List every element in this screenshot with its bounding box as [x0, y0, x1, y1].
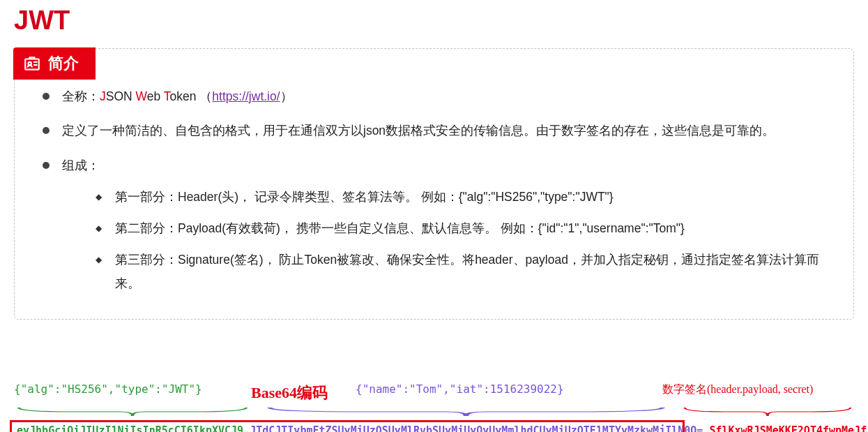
svg-point-1 — [29, 62, 31, 65]
intro-badge: 简介 — [13, 47, 96, 80]
part-payload: 第二部分：Payload(有效载荷)， 携带一些自定义信息、默认信息等。 例如：… — [96, 217, 832, 240]
svg-rect-0 — [25, 59, 39, 70]
bullet-composition: 组成： 第一部分：Header(头)， 记录令牌类型、签名算法等。 例如：{"a… — [43, 154, 832, 295]
label-header-json: {"alg":"HS256","type":"JWT"} — [14, 382, 251, 403]
token-diagram: {"alg":"HS256","type":"JWT"} Base64编码 {"… — [14, 355, 854, 432]
fullname-close: ） — [280, 89, 293, 103]
label-base64: Base64编码 — [251, 382, 356, 403]
token-signature: SflKxwRJSMeKKF2QT4fwpMeJf... — [709, 424, 868, 432]
fullname-son: SON — [106, 89, 136, 103]
composition-title: 组成： — [62, 158, 100, 172]
label-signature: 数字签名(header.payload, secret) — [662, 382, 854, 403]
bullet-fullname: 全称：JSON Web Token （https://jwt.io/） — [43, 85, 832, 108]
brace-header — [14, 406, 251, 417]
fullname-t: T — [164, 89, 170, 103]
intro-card: 简介 全称：JSON Web Token （https://jwt.io/） 定… — [14, 48, 854, 320]
part-header: 第一部分：Header(头)， 记录令牌类型、签名算法等。 例如：{"alg":… — [96, 186, 832, 209]
brace-payload — [261, 406, 671, 417]
token-dot-1: . — [243, 424, 250, 432]
fullname-prefix: 全称： — [62, 89, 100, 103]
token-string: eyJhbGciOiJIUzI1NiIsInR5cCI6IkpXVCJ9.JTd… — [14, 417, 854, 432]
label-payload-json: {"name":"Tom","iat":1516239022} — [356, 382, 662, 403]
part-signature: 第三部分：Signature(签名)， 防止Token被篡改、确保安全性。将he… — [96, 248, 832, 295]
jwt-link[interactable]: https://jwt.io/ — [212, 89, 280, 103]
intro-badge-label: 简介 — [48, 53, 79, 74]
id-card-icon — [23, 54, 41, 73]
brace-signature — [681, 406, 854, 417]
token-header: eyJhbGciOiJIUzI1NiIsInR5cCI6IkpXVCJ9 — [17, 424, 243, 432]
fullname-oken: oken （ — [170, 89, 213, 103]
fullname-eb: eb — [147, 89, 164, 103]
page-title: JWT — [14, 6, 854, 36]
token-payload: JTdCJTIybmFtZSUyMiUzQSUyMlRvbSUyMiUyQyUy… — [250, 424, 703, 432]
fullname-w: W — [136, 89, 147, 103]
fullname-j: J — [100, 89, 106, 103]
bullet-definition: 定义了一种简洁的、自包含的格式，用于在通信双方以json数据格式安全的传输信息。… — [43, 119, 832, 142]
